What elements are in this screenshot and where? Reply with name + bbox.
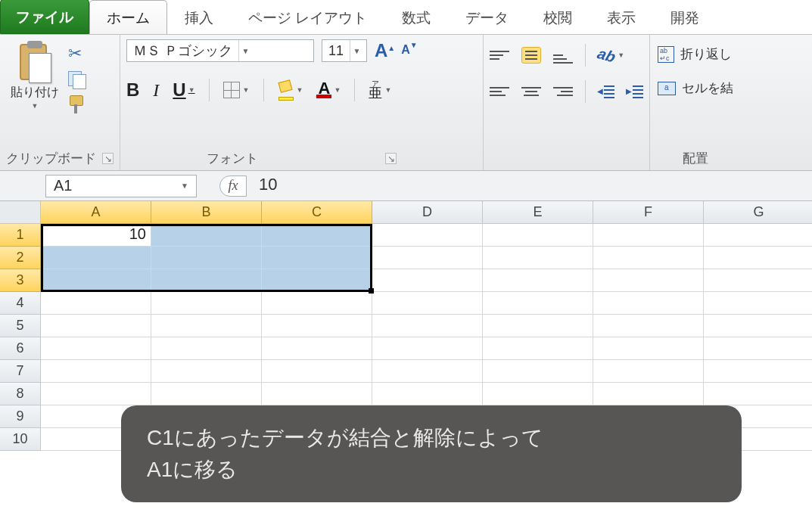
row-header-10[interactable]: 10	[0, 428, 41, 451]
wrap-icon	[658, 46, 674, 63]
row-header-4[interactable]: 4	[0, 292, 41, 315]
underline-button[interactable]: U▼	[173, 79, 194, 101]
grow-font-button[interactable]: A▲	[375, 40, 395, 61]
font-dialog-launcher[interactable]: ↘	[385, 153, 397, 164]
group-alignment: ab ▼	[484, 35, 650, 170]
row-header-9[interactable]: 9	[0, 405, 41, 428]
col-header-D[interactable]: D	[372, 201, 483, 224]
bold-button[interactable]: B	[126, 79, 139, 101]
row-header-5[interactable]: 5	[0, 315, 41, 337]
cell-A4[interactable]	[41, 292, 151, 315]
cell-D2[interactable]	[372, 247, 483, 269]
orientation-button[interactable]: ab ▼	[598, 47, 624, 64]
cut-button[interactable]: ✂	[68, 44, 86, 64]
copy-button[interactable]	[68, 71, 86, 88]
ribbon: 貼り付け ▼ ✂ クリップボード ↘ ＭＳ Ｐゴシック ▼ 11	[0, 35, 812, 171]
cell-C2[interactable]	[262, 247, 372, 269]
tab-view[interactable]: 表示	[590, 0, 653, 34]
font-name-combo[interactable]: ＭＳ Ｐゴシック ▼	[126, 39, 314, 62]
paste-button[interactable]: 貼り付け ▼	[6, 39, 64, 111]
cell-C3[interactable]	[262, 269, 372, 292]
increase-indent-button[interactable]	[627, 84, 643, 99]
col-header-A[interactable]: A	[41, 201, 151, 224]
annotation-line-1: C1にあったデータが結合と解除によって	[147, 422, 716, 454]
font-size-value: 11	[322, 43, 350, 59]
cell-A1[interactable]: 10	[41, 224, 151, 247]
row-header-3[interactable]: 3	[0, 269, 41, 292]
col-header-B[interactable]: B	[151, 201, 262, 224]
cell-D3[interactable]	[372, 269, 483, 292]
font-name-value: ＭＳ Ｐゴシック	[127, 42, 238, 60]
borders-button[interactable]: ▼	[223, 82, 250, 98]
halign-center-button[interactable]	[521, 83, 541, 100]
tab-file[interactable]: ファイル	[0, 0, 89, 34]
halign-left-button[interactable]	[490, 83, 509, 100]
font-group-label: フォント	[207, 150, 258, 167]
valign-middle-button[interactable]	[521, 47, 541, 64]
border-icon	[223, 82, 240, 98]
cell-E2[interactable]	[483, 247, 593, 269]
tab-developer[interactable]: 開発	[653, 0, 717, 34]
row-header-2[interactable]: 2	[0, 247, 41, 269]
bucket-icon	[278, 79, 294, 96]
clipboard-dialog-launcher[interactable]: ↘	[102, 153, 114, 164]
cell-A2[interactable]	[41, 247, 151, 269]
italic-button[interactable]: I	[153, 80, 159, 101]
select-all-corner[interactable]	[0, 201, 41, 224]
cell-A3[interactable]	[41, 269, 151, 292]
row-header-7[interactable]: 7	[0, 360, 41, 383]
cell-B1[interactable]	[151, 224, 262, 247]
group-wrap-merge: 折り返し セルを結 配置	[650, 35, 739, 170]
annotation-line-2: A1に移る	[147, 454, 716, 486]
col-header-F[interactable]: F	[593, 201, 704, 224]
phonetic-icon: ア 亜	[369, 80, 382, 99]
tab-data[interactable]: データ	[448, 0, 526, 34]
wrap-label: 折り返し	[680, 45, 732, 63]
row-header-1[interactable]: 1	[0, 224, 41, 247]
shrink-font-button[interactable]: A▼	[401, 40, 417, 61]
tab-page-layout[interactable]: ページ レイアウト	[231, 0, 384, 34]
tab-formulas[interactable]: 数式	[384, 0, 448, 34]
cell-B2[interactable]	[151, 247, 262, 269]
cell-C1[interactable]	[262, 224, 372, 247]
fill-color-button[interactable]: ▼	[278, 79, 303, 101]
tab-review[interactable]: 校閲	[526, 0, 590, 34]
paste-label: 貼り付け	[11, 85, 59, 101]
cell-F3[interactable]	[593, 269, 704, 292]
align-group-label: 配置	[683, 150, 708, 167]
cell-G1[interactable]	[704, 224, 812, 247]
cell-B3[interactable]	[151, 269, 262, 292]
row-header-6[interactable]: 6	[0, 337, 41, 360]
cell-G3[interactable]	[704, 269, 812, 292]
col-header-E[interactable]: E	[483, 201, 593, 224]
decrease-indent-button[interactable]	[598, 84, 614, 99]
font-size-combo[interactable]: 11 ▼	[322, 39, 367, 62]
wrap-text-button[interactable]: 折り返し	[658, 42, 732, 66]
col-header-G[interactable]: G	[704, 201, 812, 224]
fx-button[interactable]: fx	[219, 175, 247, 197]
cell-G2[interactable]	[704, 247, 812, 269]
formula-bar: A1 ▼ fx 10	[0, 171, 812, 201]
merge-cells-button[interactable]: セルを結	[658, 76, 733, 100]
name-box[interactable]: A1 ▼	[45, 175, 197, 197]
formula-input[interactable]: 10	[254, 175, 812, 197]
cell-D1[interactable]	[372, 224, 483, 247]
cell-F2[interactable]	[593, 247, 704, 269]
cell-F1[interactable]	[593, 224, 704, 247]
tab-home[interactable]: ホーム	[89, 0, 167, 34]
valign-bottom-button[interactable]	[553, 47, 573, 64]
halign-right-button[interactable]	[553, 83, 573, 100]
annotation-overlay: C1にあったデータが結合と解除によって A1に移る	[121, 405, 742, 502]
font-color-icon: A	[316, 82, 331, 99]
chevron-down-icon: ▼	[238, 40, 252, 61]
row-header-8[interactable]: 8	[0, 383, 41, 405]
cell-E3[interactable]	[483, 269, 593, 292]
col-header-C[interactable]: C	[262, 201, 372, 224]
cell-E1[interactable]	[483, 224, 593, 247]
phonetic-button[interactable]: ア 亜 ▼	[369, 80, 391, 99]
format-painter-button[interactable]	[68, 95, 85, 113]
paste-icon	[17, 41, 53, 83]
font-color-button[interactable]: A ▼	[316, 82, 341, 99]
valign-top-button[interactable]	[490, 47, 509, 64]
tab-insert[interactable]: 挿入	[167, 0, 231, 34]
